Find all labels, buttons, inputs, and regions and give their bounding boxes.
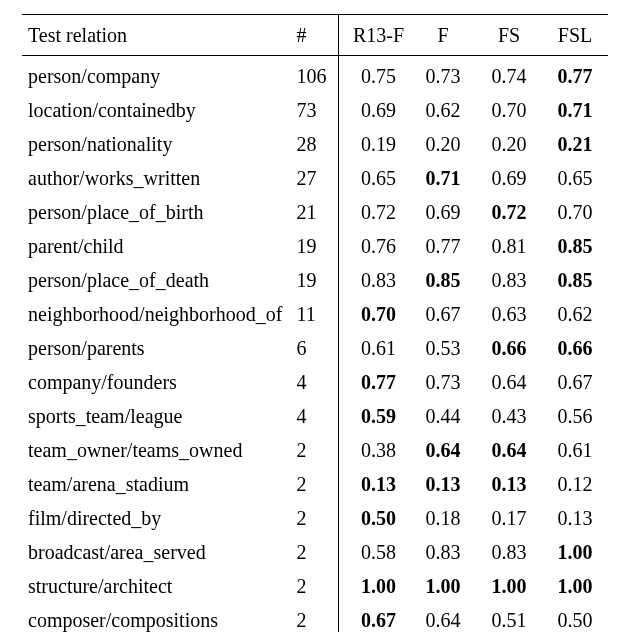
table-row: neighborhood/neighborhood_of110.700.670.…	[22, 297, 608, 331]
table-row: person/parents60.610.530.660.66	[22, 331, 608, 365]
cell-value: 0.67	[542, 365, 608, 399]
cell-count: 106	[290, 56, 338, 94]
cell-value: 0.19	[338, 127, 410, 161]
cell-value: 0.83	[476, 535, 542, 569]
cell-value: 0.73	[410, 365, 476, 399]
cell-value: 0.56	[542, 399, 608, 433]
cell-count: 2	[290, 433, 338, 467]
cell-count: 2	[290, 535, 338, 569]
cell-relation: broadcast/area_served	[22, 535, 290, 569]
cell-value: 0.44	[410, 399, 476, 433]
cell-value: 0.38	[338, 433, 410, 467]
table-row: broadcast/area_served20.580.830.831.00	[22, 535, 608, 569]
cell-relation: author/works_written	[22, 161, 290, 195]
cell-count: 4	[290, 365, 338, 399]
cell-count: 4	[290, 399, 338, 433]
table-row: sports_team/league40.590.440.430.56	[22, 399, 608, 433]
cell-value: 0.75	[338, 56, 410, 94]
cell-value: 0.17	[476, 501, 542, 535]
cell-value: 0.61	[338, 331, 410, 365]
cell-value: 0.64	[410, 433, 476, 467]
cell-value: 1.00	[410, 569, 476, 603]
cell-value: 0.76	[338, 229, 410, 263]
cell-value: 0.83	[476, 263, 542, 297]
cell-value: 0.71	[410, 161, 476, 195]
cell-value: 0.69	[410, 195, 476, 229]
cell-value: 0.67	[410, 297, 476, 331]
cell-relation: composer/compositions	[22, 603, 290, 632]
cell-count: 2	[290, 501, 338, 535]
cell-count: 2	[290, 467, 338, 501]
cell-value: 0.83	[338, 263, 410, 297]
cell-count: 27	[290, 161, 338, 195]
cell-count: 73	[290, 93, 338, 127]
cell-relation: team_owner/teams_owned	[22, 433, 290, 467]
cell-value: 0.61	[542, 433, 608, 467]
cell-relation: structure/architect	[22, 569, 290, 603]
cell-value: 0.13	[476, 467, 542, 501]
col-header-relation: Test relation	[22, 15, 290, 56]
cell-relation: film/directed_by	[22, 501, 290, 535]
cell-value: 0.62	[410, 93, 476, 127]
cell-value: 0.53	[410, 331, 476, 365]
cell-value: 0.21	[542, 127, 608, 161]
cell-value: 0.59	[338, 399, 410, 433]
cell-value: 0.50	[338, 501, 410, 535]
cell-relation: location/containedby	[22, 93, 290, 127]
table-row: composer/compositions20.670.640.510.50	[22, 603, 608, 632]
cell-value: 0.13	[410, 467, 476, 501]
table-row: film/directed_by20.500.180.170.13	[22, 501, 608, 535]
cell-count: 6	[290, 331, 338, 365]
col-header-fsl: FSL	[542, 15, 608, 56]
cell-value: 0.64	[476, 433, 542, 467]
table-row: structure/architect21.001.001.001.00	[22, 569, 608, 603]
cell-relation: sports_team/league	[22, 399, 290, 433]
cell-value: 0.72	[338, 195, 410, 229]
cell-value: 0.13	[338, 467, 410, 501]
cell-value: 0.85	[542, 263, 608, 297]
cell-value: 0.62	[542, 297, 608, 331]
cell-relation: company/founders	[22, 365, 290, 399]
cell-relation: team/arena_stadium	[22, 467, 290, 501]
cell-value: 0.66	[542, 331, 608, 365]
cell-count: 2	[290, 603, 338, 632]
cell-value: 0.69	[338, 93, 410, 127]
cell-value: 1.00	[542, 535, 608, 569]
cell-value: 0.20	[410, 127, 476, 161]
cell-relation: parent/child	[22, 229, 290, 263]
table-row: company/founders40.770.730.640.67	[22, 365, 608, 399]
cell-value: 1.00	[542, 569, 608, 603]
cell-value: 0.74	[476, 56, 542, 94]
cell-value: 0.70	[542, 195, 608, 229]
cell-value: 0.77	[542, 56, 608, 94]
cell-value: 0.72	[476, 195, 542, 229]
cell-value: 0.77	[338, 365, 410, 399]
col-header-count: #	[290, 15, 338, 56]
cell-value: 0.13	[542, 501, 608, 535]
cell-value: 0.64	[476, 365, 542, 399]
cell-relation: person/place_of_birth	[22, 195, 290, 229]
cell-relation: person/parents	[22, 331, 290, 365]
cell-value: 0.65	[338, 161, 410, 195]
cell-count: 19	[290, 263, 338, 297]
cell-count: 21	[290, 195, 338, 229]
results-table: Test relation # R13-F F FS FSL person/co…	[22, 14, 608, 632]
col-header-r13f: R13-F	[338, 15, 410, 56]
cell-value: 0.77	[410, 229, 476, 263]
cell-value: 0.51	[476, 603, 542, 632]
cell-value: 0.50	[542, 603, 608, 632]
cell-value: 0.70	[476, 93, 542, 127]
cell-value: 0.58	[338, 535, 410, 569]
cell-value: 1.00	[476, 569, 542, 603]
cell-value: 0.18	[410, 501, 476, 535]
cell-relation: neighborhood/neighborhood_of	[22, 297, 290, 331]
table-row: location/containedby730.690.620.700.71	[22, 93, 608, 127]
table-row: person/place_of_birth210.720.690.720.70	[22, 195, 608, 229]
cell-value: 0.81	[476, 229, 542, 263]
cell-value: 0.73	[410, 56, 476, 94]
cell-value: 0.43	[476, 399, 542, 433]
cell-value: 0.67	[338, 603, 410, 632]
col-header-f: F	[410, 15, 476, 56]
cell-value: 0.12	[542, 467, 608, 501]
cell-value: 0.71	[542, 93, 608, 127]
